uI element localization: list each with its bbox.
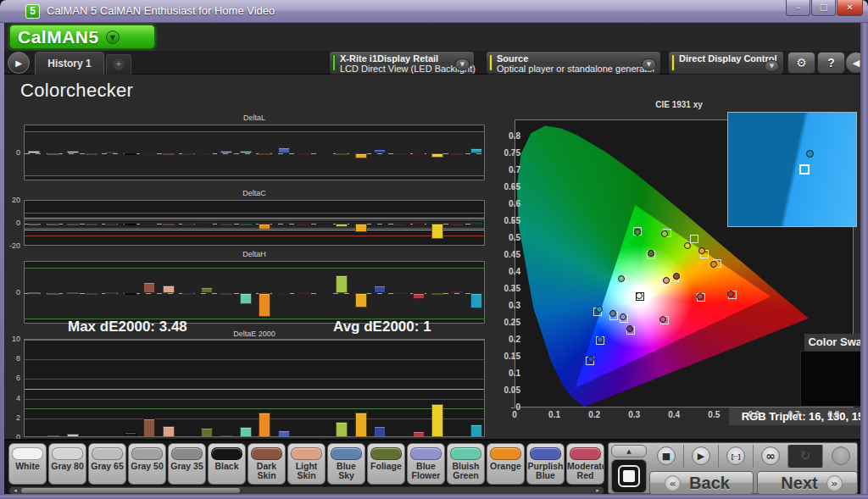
swatch-blue-flower[interactable]: Blue Flower [407, 443, 445, 485]
next-button[interactable]: Next » [757, 471, 858, 494]
bar-purplish-blue [278, 147, 290, 153]
extra-transport-button[interactable] [823, 445, 858, 468]
bar-cyan [470, 223, 482, 225]
cie-chart: CIE 1931 xy Color Swatch RGB Triplet: 16… [496, 100, 860, 439]
bar-gray-80 [47, 435, 59, 437]
swatch-bluish-green[interactable]: Bluish Green [447, 443, 485, 485]
bar-yellow [431, 224, 443, 239]
display-control-status-bar [671, 54, 675, 71]
swatch-gray-65[interactable]: Gray 65 [88, 443, 126, 485]
swatch-foliage[interactable]: Foliage [367, 443, 405, 485]
chevron-down-icon[interactable]: ▼ [455, 58, 470, 70]
bar-blue-flower [220, 293, 232, 295]
swatch-chip [171, 447, 203, 460]
swatch-gray-80[interactable]: Gray 80 [48, 443, 86, 485]
bar-magenta [451, 291, 463, 293]
swatch-label: Gray 50 [129, 462, 165, 471]
bar-blue-flower [220, 151, 232, 153]
swatch-purplish-blue[interactable]: Purplish Blue [526, 443, 565, 485]
swatch-black[interactable]: Black [208, 443, 246, 485]
cie-y-label: 0.8 [492, 131, 520, 141]
cie-x-label: 0.3 [621, 410, 647, 419]
swatch-label: Gray 35 [169, 462, 205, 471]
cie-y-label: 0.35 [492, 284, 520, 293]
swatch-scrollbar[interactable]: ◂ ▸ [8, 486, 604, 494]
back-button[interactable]: « Back [649, 471, 754, 494]
collapse-panel-button[interactable]: ◀ [845, 52, 860, 74]
chart-title: DeltaH [24, 250, 485, 258]
help-button[interactable]: ? [817, 52, 845, 74]
bar-black [125, 293, 136, 295]
bar-dark-skin [143, 419, 155, 437]
bar-orange-yellow [355, 153, 367, 158]
cie-y-label: 0.4 [492, 267, 520, 276]
chart-plot [24, 200, 485, 246]
window-frame-right [860, 23, 868, 499]
page-title: Colorchecker [20, 80, 133, 102]
bar-bluish-green [240, 224, 252, 225]
scrollbar-thumb[interactable] [21, 488, 240, 493]
swatch-chip [52, 447, 83, 460]
cie-title: CIE 1931 xy [496, 100, 860, 109]
maximize-button[interactable]: □ [811, 0, 836, 16]
meter-selector[interactable]: X-Rite i1Display Retail LCD Direct View … [329, 51, 475, 75]
cie-x-label: 0.1 [542, 410, 567, 419]
scroll-left-icon[interactable]: ◂ [10, 487, 20, 494]
read-single-button[interactable]: ▶ [684, 445, 719, 468]
swatch-blue-sky[interactable]: Blue Sky [327, 443, 365, 485]
tab-row: ▶ History 1 + X-Rite i1Display Retail LC… [4, 51, 860, 75]
close-button[interactable]: ✕ [837, 0, 863, 16]
color-swatch-label: Color Swatch [804, 334, 860, 351]
read-series-button[interactable]: [··] [719, 445, 754, 468]
expand-swatches-button[interactable]: ▲ [611, 445, 647, 457]
bar-red [413, 293, 425, 299]
swatch-light-skin[interactable]: Light Skin [287, 443, 326, 485]
refresh-button[interactable]: ↻ [788, 445, 823, 468]
chevron-down-icon[interactable]: ▼ [642, 58, 656, 70]
session-menu-button[interactable]: ▶ [8, 52, 30, 74]
swatch-dark-skin[interactable]: Dark Skin [248, 443, 286, 485]
color-swatch-box [800, 351, 860, 407]
swatch-gray-35[interactable]: Gray 35 [168, 443, 206, 485]
cie-measured-moderate-red [697, 293, 704, 300]
source-selector[interactable]: Source Optical player or standalone gene… [486, 51, 661, 75]
scroll-right-icon[interactable]: ▸ [593, 487, 603, 494]
window-title: CalMAN 5 CalMAN Enthusiast for Home Vide… [47, 4, 275, 17]
cie-y-label: 0.65 [492, 182, 520, 191]
swatch-moderate-red[interactable]: Moderate Red [566, 443, 604, 485]
tab-history-1[interactable]: History 1 [35, 52, 104, 75]
source-status-bar [489, 54, 492, 71]
source-line1: Source [497, 53, 528, 64]
settings-button[interactable]: ⚙ [787, 52, 815, 74]
bottom-toolbar: WhiteGray 80Gray 65Gray 50Gray 35BlackDa… [4, 439, 860, 494]
patch-window-button[interactable] [611, 459, 647, 493]
add-tab-button[interactable]: + [106, 54, 131, 75]
cie-x-label: 0 [502, 410, 527, 419]
logo-menu-chevron-icon[interactable]: ▼ [106, 30, 120, 44]
swatch-orange[interactable]: Orange [487, 443, 525, 485]
swatch-white[interactable]: White [8, 443, 47, 485]
bar-orange-yellow [355, 224, 367, 232]
swatch-label: Black [209, 462, 245, 471]
bar-gray-80 [47, 153, 59, 155]
bar-black [125, 432, 136, 437]
bar-gray-80 [47, 224, 59, 225]
read-continuous-button[interactable]: ∞ [754, 445, 788, 468]
bar-gray-50 [86, 153, 97, 155]
transport-controls: ▲ ■ ▶ [··] ∞ ↻ « Back Next » [608, 442, 858, 494]
cie-y-label: 0.7 [492, 165, 520, 175]
cie-measured-orange [710, 261, 717, 268]
swatch-gray-50[interactable]: Gray 50 [128, 443, 166, 485]
swatch-chip [251, 447, 282, 460]
minimize-button[interactable]: – [786, 0, 810, 16]
stop-button[interactable]: ■ [649, 445, 684, 468]
y-axis-label: 2 [4, 413, 20, 422]
display-control-selector[interactable]: Direct Display Control ▼ [668, 51, 784, 75]
bar-orange [259, 413, 270, 437]
bar-blue-sky [182, 224, 194, 225]
cie-zoom-inset [727, 112, 857, 227]
chevron-down-icon[interactable]: ▼ [765, 60, 779, 72]
swatch-chip [530, 447, 561, 460]
calman-logo-button[interactable]: CalMAN5 ▼ [9, 25, 155, 49]
swatch-label: White [9, 462, 46, 471]
